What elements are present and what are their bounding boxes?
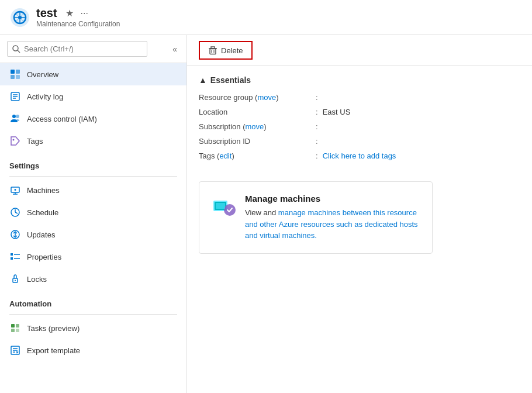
svg-rect-5	[11, 70, 15, 74]
sidebar-item-activity-log-label: Activity log	[27, 92, 63, 101]
essentials-value-location: East US	[323, 108, 351, 116]
essentials-row-subscription-id: Subscription ID :	[199, 137, 520, 146]
sidebar-item-tags[interactable]: Tags	[0, 130, 186, 152]
export-icon	[9, 344, 21, 356]
sidebar-item-machines-label: Machines	[27, 186, 60, 195]
automation-section-label: Automation	[0, 290, 186, 312]
svg-rect-8	[16, 75, 20, 79]
essentials-label-location: Location	[199, 108, 316, 116]
svg-point-30	[15, 280, 16, 281]
delete-icon	[208, 46, 217, 55]
sidebar-item-schedule[interactable]: Schedule	[0, 201, 186, 223]
essentials-value-tags: Click here to add tags	[323, 151, 396, 160]
iam-icon	[9, 113, 21, 125]
sidebar-item-properties[interactable]: Properties	[0, 246, 186, 268]
svg-rect-33	[11, 329, 15, 332]
svg-point-13	[12, 115, 16, 118]
machines-icon	[9, 184, 21, 196]
svg-rect-31	[11, 324, 15, 328]
sidebar-item-schedule-label: Schedule	[27, 208, 58, 217]
main-layout: « Overview	[0, 35, 532, 393]
sidebar-item-properties-label: Properties	[27, 253, 61, 261]
svg-point-19	[15, 189, 16, 191]
subscription-move-link[interactable]: move	[245, 122, 264, 131]
add-tags-link[interactable]: Click here to add tags	[323, 151, 396, 160]
resource-group-move-link[interactable]: move	[257, 93, 276, 102]
sidebar-item-tasks[interactable]: Tasks (preview)	[0, 317, 186, 339]
sidebar-item-machines[interactable]: Machines	[0, 179, 186, 201]
sidebar-item-iam[interactable]: Access control (IAM)	[0, 108, 186, 130]
manage-machines-card[interactable]: Manage machines View and manage machines…	[199, 181, 433, 254]
sidebar-item-updates[interactable]: Updates	[0, 223, 186, 246]
svg-rect-32	[16, 324, 19, 328]
essentials-label-tags: Tags (edit)	[199, 151, 316, 160]
essentials-chevron-icon: ▲	[199, 75, 207, 85]
main-content: Delete ▲ Essentials Resource group (move…	[187, 35, 532, 393]
delete-button-label: Delete	[221, 46, 243, 55]
automation-divider	[9, 314, 177, 315]
svg-rect-26	[11, 257, 13, 260]
svg-point-45	[224, 204, 236, 216]
updates-icon	[9, 229, 21, 240]
search-wrapper	[7, 41, 147, 57]
essentials-header: ▲ Essentials	[199, 75, 520, 85]
manage-text-blue-1: manage machines between this resource an…	[245, 208, 418, 240]
search-input[interactable]	[24, 44, 142, 53]
resource-icon	[9, 7, 30, 28]
sidebar: « Overview	[0, 35, 187, 393]
sidebar-item-locks-label: Locks	[27, 275, 47, 284]
manage-machines-card-icon	[211, 194, 237, 219]
search-bar: «	[0, 35, 186, 63]
svg-rect-34	[16, 329, 19, 332]
svg-rect-40	[210, 49, 216, 54]
svg-line-22	[15, 212, 18, 213]
essentials-label-resource-group: Resource group (move)	[199, 93, 316, 102]
overview-icon	[9, 68, 21, 80]
essentials-row-subscription: Subscription (move) :	[199, 122, 520, 131]
essentials-row-location: Location : East US	[199, 108, 520, 116]
essentials-row-tags: Tags (edit) : Click here to add tags	[199, 151, 520, 160]
resource-name: test	[36, 6, 57, 20]
activity-log-icon	[9, 91, 21, 102]
essentials-section: ▲ Essentials Resource group (move) : Loc…	[187, 66, 532, 175]
delete-button[interactable]: Delete	[199, 41, 253, 60]
properties-icon	[9, 251, 21, 263]
sidebar-item-overview-label: Overview	[27, 70, 58, 79]
search-icon	[12, 45, 20, 53]
sidebar-item-tasks-label: Tasks (preview)	[27, 324, 80, 333]
toolbar: Delete	[187, 35, 532, 66]
tags-icon	[9, 135, 21, 147]
settings-section-label: Settings	[0, 152, 186, 174]
essentials-label-subscription-id: Subscription ID	[199, 137, 316, 146]
essentials-title: Essentials	[210, 75, 251, 85]
essentials-row-resource-group: Resource group (move) :	[199, 93, 520, 102]
more-options-icon[interactable]: ···	[81, 8, 88, 19]
sidebar-item-export-label: Export template	[27, 346, 80, 355]
page-header: test ★ ··· Maintenance Configuration	[0, 0, 532, 35]
svg-point-14	[16, 115, 19, 118]
manage-machines-card-content: Manage machines View and manage machines…	[245, 194, 420, 242]
sidebar-item-locks[interactable]: Locks	[0, 268, 186, 290]
favorite-star[interactable]: ★	[65, 8, 74, 19]
svg-line-4	[18, 50, 20, 53]
svg-point-3	[13, 46, 18, 51]
sidebar-item-export[interactable]: Export template	[0, 339, 186, 361]
tags-edit-link[interactable]: edit	[219, 151, 232, 160]
locks-icon	[9, 273, 21, 285]
sidebar-item-tags-label: Tags	[27, 137, 43, 146]
sidebar-item-iam-label: Access control (IAM)	[27, 115, 97, 123]
settings-divider	[9, 176, 177, 177]
sidebar-item-activity-log[interactable]: Activity log	[0, 85, 186, 108]
sidebar-item-overview[interactable]: Overview	[0, 63, 186, 85]
essentials-label-subscription: Subscription (move)	[199, 122, 316, 131]
manage-machines-card-text: View and manage machines between this re…	[245, 207, 420, 242]
svg-point-15	[13, 139, 15, 141]
resource-subtitle: Maintenance Configuration	[36, 20, 120, 28]
svg-rect-25	[11, 253, 13, 256]
svg-rect-7	[11, 75, 15, 79]
manage-machines-card-title: Manage machines	[245, 194, 420, 204]
svg-rect-6	[16, 70, 20, 74]
schedule-icon	[9, 206, 21, 218]
sidebar-collapse-button[interactable]: «	[170, 42, 179, 56]
svg-rect-46	[216, 203, 225, 209]
